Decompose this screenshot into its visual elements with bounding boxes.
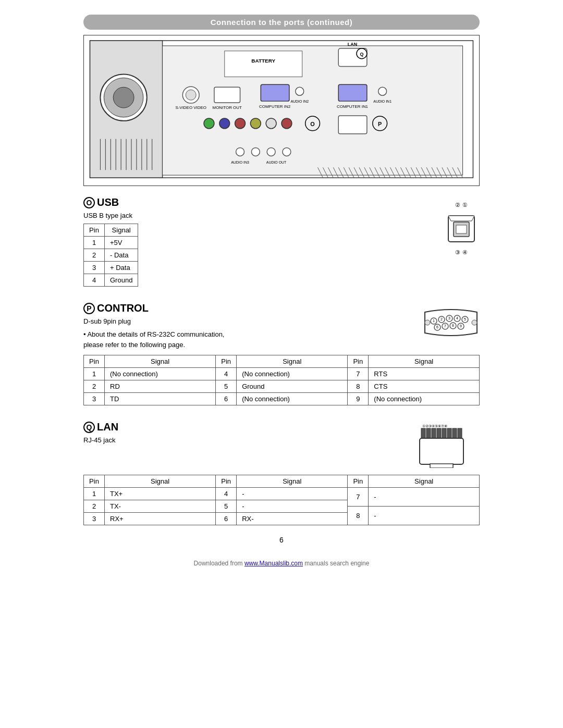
table-row: 1TX+ <box>84 488 216 500</box>
svg-text:AUDIO IN1: AUDIO IN1 <box>373 100 391 103</box>
svg-text:O: O <box>310 121 315 127</box>
svg-text:MONITOR OUT: MONITOR OUT <box>213 105 242 110</box>
svg-text:LAN: LAN <box>348 42 357 47</box>
table-row: 4Ground <box>84 274 138 287</box>
svg-rect-108 <box>432 428 436 439</box>
table-row: 3TD <box>84 393 216 405</box>
page-number: 6 <box>0 536 563 544</box>
control-table-3: Pin Signal 7RTS8CTS9(No connection) <box>347 355 480 405</box>
usb-table: Pin Signal 1+5V2- Data3+ Data4Ground <box>83 224 138 287</box>
control-title: P CONTROL <box>83 302 401 314</box>
usb-section: O USB USB B type jack Pin Signal 1+5V2- … <box>83 196 480 287</box>
lan-section: Q LAN RJ-45 jack ①②③④⑤⑥⑦⑧ <box>83 421 480 525</box>
table-row: 5Ground <box>216 380 348 393</box>
table-row: 9(No connection) <box>348 393 480 405</box>
lan-table-1: Pin Signal 1TX+2TX-3RX+ <box>83 475 215 525</box>
control-section: P CONTROL D-sub 9pin plug • About the de… <box>83 302 480 405</box>
svg-point-40 <box>266 118 276 129</box>
svg-text:COMPUTER IN1: COMPUTER IN1 <box>337 104 369 109</box>
svg-point-49 <box>267 148 275 156</box>
control-table-wrap: Pin Signal 1(No connection)2RD3TD Pin Si… <box>83 355 480 405</box>
svg-point-24 <box>186 90 196 100</box>
table-row: 6(No connection) <box>216 393 348 405</box>
projector-svg: BATTERY LAN Q S-VIDEO VIDEO MONITOR OUT … <box>84 35 479 186</box>
lan-subtitle: RJ-45 jack <box>83 436 396 444</box>
svg-point-34 <box>378 87 387 95</box>
svg-point-41 <box>282 118 292 129</box>
usb-circle: O <box>83 197 95 208</box>
svg-point-47 <box>236 148 244 156</box>
usb-col-pin: Pin <box>84 224 105 237</box>
svg-point-50 <box>283 148 291 156</box>
svg-text:6: 6 <box>436 325 438 329</box>
svg-text:S-VIDEO  VIDEO: S-VIDEO VIDEO <box>175 105 206 110</box>
table-row: 5- <box>216 500 348 513</box>
svg-rect-113 <box>458 428 462 439</box>
svg-rect-16 <box>163 46 463 175</box>
table-row: 1+5V <box>84 237 138 249</box>
svg-rect-32 <box>338 84 367 101</box>
usb-b-connector <box>443 211 480 247</box>
svg-text:Q: Q <box>360 52 363 57</box>
svg-point-95 <box>472 320 477 325</box>
usb-title-text: USB <box>97 196 119 208</box>
table-row: 4- <box>216 488 348 500</box>
usb-subtitle: USB B type jack <box>83 212 422 219</box>
svg-rect-114 <box>420 438 463 464</box>
lan-col-pin-1: Pin <box>84 475 105 488</box>
usb-title: O USB <box>83 196 422 208</box>
svg-text:AUDIO OUT: AUDIO OUT <box>266 161 287 164</box>
svg-text:5: 5 <box>464 317 466 321</box>
rj45-connector: ①②③④⑤⑥⑦⑧ <box>417 421 480 468</box>
projector-diagram: BATTERY LAN Q S-VIDEO VIDEO MONITOR OUT … <box>83 35 480 186</box>
header-title: Connection to the ports (continued) <box>211 18 352 27</box>
ctrl-col-pin-3: Pin <box>348 355 369 368</box>
ctrl-col-pin-2: Pin <box>216 355 237 368</box>
table-row: 7- <box>348 488 480 507</box>
table-row: 2TX- <box>84 500 216 513</box>
lan-header: Q LAN RJ-45 jack ①②③④⑤⑥⑦⑧ <box>83 421 480 470</box>
manualslib-link[interactable]: www.Manualslib.com <box>244 560 303 567</box>
table-row: 6RX- <box>216 513 348 525</box>
svg-point-94 <box>425 320 430 325</box>
table-row: 8CTS <box>348 380 480 393</box>
lan-col-signal-2: Signal <box>237 475 348 488</box>
table-row: 3+ Data <box>84 262 138 274</box>
lan-title: Q LAN <box>83 421 396 433</box>
lan-title-text: LAN <box>97 421 118 433</box>
lan-col-pin-3: Pin <box>348 475 369 488</box>
lan-table-2: Pin Signal 4-5-6RX- <box>215 475 347 525</box>
control-header: P CONTROL D-sub 9pin plug • About the de… <box>83 302 480 350</box>
ctrl-col-signal-3: Signal <box>369 355 480 368</box>
table-row: 4(No connection) <box>216 368 348 380</box>
usb-col-signal: Signal <box>105 224 138 237</box>
svg-text:AUDIO IN3: AUDIO IN3 <box>231 161 249 164</box>
svg-rect-28 <box>261 84 289 101</box>
svg-text:P: P <box>378 121 382 127</box>
svg-point-48 <box>251 148 260 156</box>
svg-rect-111 <box>447 428 451 439</box>
svg-point-36 <box>204 118 214 129</box>
lan-col-pin-2: Pin <box>216 475 237 488</box>
usb-left: O USB USB B type jack Pin Signal 1+5V2- … <box>83 196 422 287</box>
svg-point-37 <box>219 118 230 129</box>
svg-rect-17 <box>225 51 302 77</box>
svg-point-38 <box>235 118 246 129</box>
table-row: 3RX+ <box>84 513 216 525</box>
svg-rect-26 <box>214 87 240 103</box>
usb-pin-top: ② ① <box>455 202 467 208</box>
svg-rect-84 <box>456 225 467 233</box>
svg-text:9: 9 <box>460 324 462 328</box>
svg-point-30 <box>296 87 304 95</box>
usb-pin-bottom: ③ ④ <box>455 249 467 256</box>
lan-table-3: Pin Signal 7-8- <box>347 475 480 525</box>
svg-text:COMPUTER IN2: COMPUTER IN2 <box>259 104 291 109</box>
table-row: 7RTS <box>348 368 480 380</box>
control-circle: P <box>83 303 95 314</box>
table-row: 2- Data <box>84 249 138 262</box>
control-title-text: CONTROL <box>97 302 149 314</box>
svg-text:4: 4 <box>456 316 458 320</box>
svg-marker-82 <box>448 216 474 221</box>
lan-circle: Q <box>83 422 95 433</box>
svg-text:①②③④⑤⑥⑦⑧: ①②③④⑤⑥⑦⑧ <box>422 424 447 428</box>
